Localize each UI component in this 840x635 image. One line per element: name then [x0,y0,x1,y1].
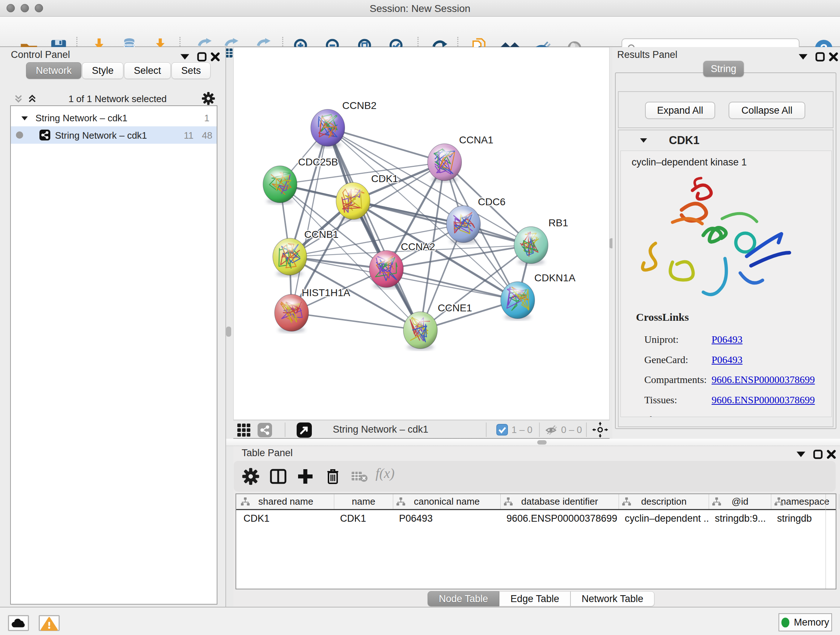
collection-count: 1 [204,112,210,124]
crosslink-value-link[interactable]: P06493 [712,334,743,345]
add-column-icon[interactable] [296,467,314,486]
tab-network[interactable]: Network [26,62,81,79]
delete-table-icon[interactable] [350,467,368,486]
crosslinks-heading: CrossLinks [636,311,689,323]
network-share-icon[interactable] [257,423,272,438]
network-selection-status: 1 of 1 Network selected [47,93,188,105]
crosslink-value-link[interactable]: P06493 [712,354,743,366]
table-cell[interactable]: CDK1 [238,513,334,528]
table-vscroll-gutter [826,494,826,589]
crosslink-label: Compartments: [644,374,707,386]
hidden-eye-slash-icon[interactable] [544,423,558,437]
fit-selected-crosshair-icon[interactable] [592,422,608,438]
network-column-icon [504,497,513,506]
toolbar-separator [285,423,286,437]
crosslink-label: GeneCard: [644,354,688,366]
network-node-CCNA2[interactable]: CCNA2 [369,241,435,287]
column-header-canonical-name[interactable]: canonical name [393,494,501,509]
tab-network-table[interactable]: Network Table [570,591,655,606]
status-bar: Memory [0,607,840,635]
network-options-gear-icon[interactable] [202,92,215,105]
column-header-namespace[interactable]: namespace [771,494,839,509]
column-header-@id[interactable]: @id [709,494,771,509]
network-node-CDKN1A[interactable]: CDKN1A [501,272,576,318]
delete-column-icon[interactable] [324,467,342,486]
network-edge-count: 48 [202,130,212,141]
tab-select[interactable]: Select [124,62,171,79]
column-header-description[interactable]: description [619,494,709,509]
expand-all-button[interactable]: Expand All [645,102,715,119]
node-label-CCNA2: CCNA2 [401,241,435,252]
cloud-status-button[interactable] [8,615,29,631]
node-label-CDC25B: CDC25B [298,157,338,168]
network-collection-row[interactable]: String Network – cdk1 1 [11,110,217,126]
tab-node-table[interactable]: Node Table [428,591,499,606]
memory-button[interactable]: Memory [778,613,832,631]
dock-menu-icon[interactable] [798,51,808,62]
collapse-all-button[interactable]: Collapse All [729,102,805,119]
table-options-gear-icon[interactable] [242,467,260,486]
crosslink-value-link[interactable]: P06493 [712,414,743,417]
table-cell[interactable]: stringdb:9... [709,513,771,528]
network-node-RB1[interactable]: RB1 [514,217,568,264]
protein-section: CDK1 cyclin–dependent kinase 1 [618,130,834,427]
horizontal-splitter[interactable] [226,439,840,446]
network-view-title: String Network – cdk1 [333,424,428,435]
column-header-shared-name[interactable]: shared name [238,494,334,509]
string-network-icon [39,129,51,141]
network-label: String Network – cdk1 [55,130,147,141]
column-label: shared name [258,496,313,507]
node-table: shared namenamecanonical namedatabase id… [235,494,836,589]
table-cell[interactable]: 9606.ENSP00000378699 [501,513,619,528]
protein-details: cyclin–dependent kinase 1 [621,150,832,417]
close-panel-icon[interactable] [826,449,837,460]
collapse-all-chevron-icon[interactable] [13,93,24,104]
float-panel-icon[interactable] [815,51,826,62]
close-panel-icon[interactable] [828,51,839,62]
node-label-CCNB2: CCNB2 [342,100,377,111]
grid-view-icon[interactable] [237,423,251,437]
function-builder-icon[interactable]: f(x) [376,465,395,481]
section-expander-icon[interactable] [639,136,648,145]
birds-eye-view-icon[interactable] [296,422,312,438]
splitter-handle[interactable] [537,440,546,445]
dock-menu-icon[interactable] [796,449,806,460]
dock-menu-icon[interactable] [180,51,190,62]
crosslink-label: Tissues: [644,394,677,406]
collection-expander-icon[interactable] [21,114,28,122]
float-panel-icon[interactable] [813,449,823,460]
column-label: database identifier [521,496,598,507]
left-splitter-handle[interactable] [226,326,231,337]
tab-string[interactable]: String [703,61,744,77]
selected-checkbox-icon[interactable] [496,424,508,435]
network-node-CCNB1[interactable]: CCNB1 [273,229,339,275]
show-columns-icon[interactable] [269,467,287,486]
column-header-database-identifier[interactable]: database identifier [501,494,619,509]
table-cell[interactable]: CDK1 [334,513,393,528]
warning-status-button[interactable] [39,615,60,631]
crosslink-value-link[interactable]: 9606.ENSP00000378699 [712,394,815,406]
table-cell[interactable]: P06493 [393,513,501,528]
table-cell[interactable]: cyclin–dependent ... [619,513,709,528]
network-row[interactable]: String Network – cdk1 11 48 [11,126,217,144]
tab-sets[interactable]: Sets [172,62,210,79]
table-panel: Table Panel f(x) shared namenamecanonica… [233,446,840,607]
expand-all-chevron-icon[interactable] [27,93,38,104]
column-header-name[interactable]: name [334,494,393,509]
network-canvas[interactable]: CCNB2CCNA1CDC25BCDK1CDC6RB1CCNB1CCNA2CDK… [233,47,609,420]
results-panel: Results Panel String Expand All Collapse… [613,47,840,439]
table-cell[interactable]: stringdb [771,513,839,528]
tab-style[interactable]: Style [82,62,123,79]
node-label-CCNA1: CCNA1 [459,134,493,146]
float-panel-icon[interactable] [196,51,207,62]
close-panel-icon[interactable] [210,51,221,62]
network-node-HIST1H1A[interactable]: HIST1H1A [275,287,350,331]
network-node-CDC6[interactable]: CDC6 [447,196,505,242]
protein-section-header[interactable]: CDK1 [619,130,833,150]
tab-edge-table[interactable]: Edge Table [499,591,570,606]
crosslink-value-link[interactable]: 9606.ENSP00000378699 [712,374,815,386]
network-node-CCNA1[interactable]: CCNA1 [428,134,493,181]
table-header-row: shared namenamecanonical namedatabase id… [236,494,836,510]
column-label: namespace [781,496,829,507]
node-label-CCNB1: CCNB1 [304,229,339,240]
